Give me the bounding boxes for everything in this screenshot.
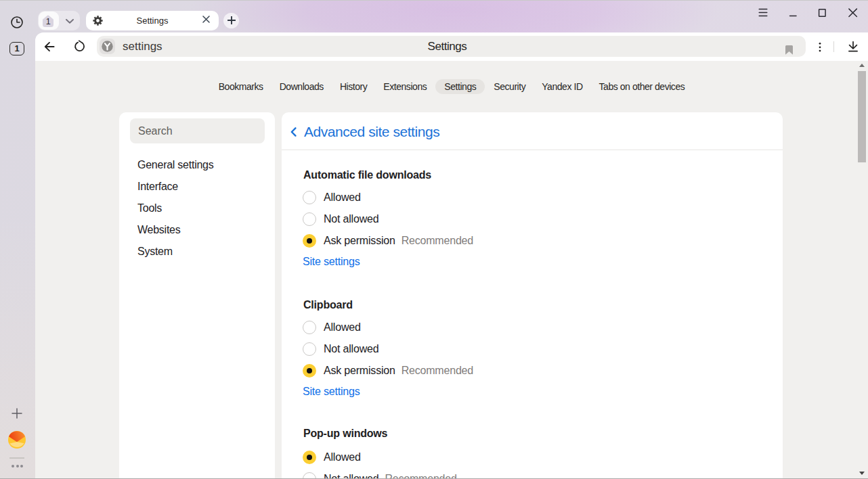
svg-text:1: 1	[46, 17, 51, 26]
